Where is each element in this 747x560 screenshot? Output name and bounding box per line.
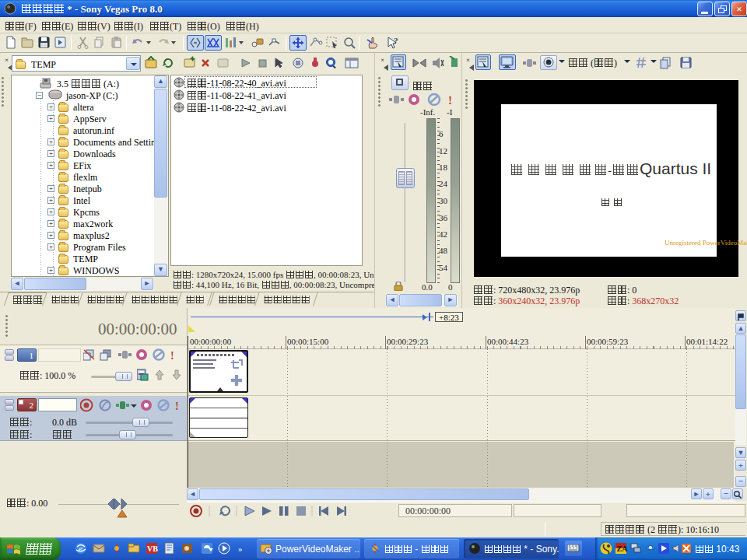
svg-text:!: ! <box>448 94 451 107</box>
svg-text:VB: VB <box>147 544 158 553</box>
svg-text:e: e <box>79 544 82 553</box>
svg-text:ZA: ZA <box>617 544 629 553</box>
svg-text:?: ? <box>394 36 398 45</box>
svg-text:!: ! <box>175 401 179 412</box>
svg-text:!: ! <box>170 350 174 362</box>
